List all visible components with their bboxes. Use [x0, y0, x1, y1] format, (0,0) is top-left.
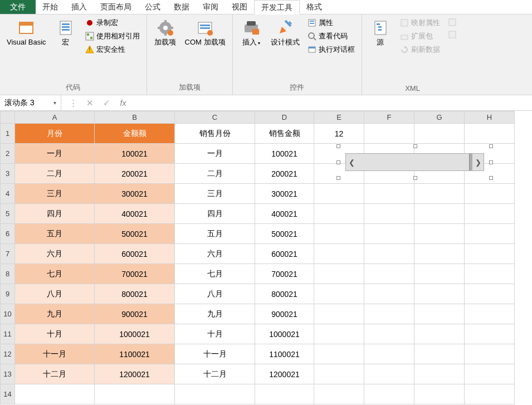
cell[interactable] [414, 304, 465, 324]
cell[interactable]: 900021 [95, 304, 175, 324]
row-header[interactable]: 3 [1, 164, 15, 184]
cell[interactable]: 500021 [255, 224, 314, 244]
cell[interactable] [314, 344, 364, 364]
cell[interactable] [175, 384, 255, 404]
cell[interactable] [414, 344, 465, 364]
cell[interactable]: 十一月 [15, 344, 95, 364]
scroll-left-arrow-icon[interactable]: ❮ [346, 158, 357, 167]
com-addins-button[interactable]: COM 加载项 [183, 17, 228, 50]
cell[interactable] [364, 184, 414, 204]
select-all-corner[interactable] [1, 111, 15, 124]
scroll-track[interactable] [357, 154, 472, 170]
cell[interactable]: 十月 [175, 324, 255, 344]
cell[interactable] [465, 384, 515, 404]
column-header-D[interactable]: D [255, 111, 314, 124]
cell[interactable]: 五月 [175, 224, 255, 244]
scroll-thumb[interactable] [469, 154, 472, 170]
cell[interactable]: 七月 [15, 264, 95, 284]
scroll-right-arrow-icon[interactable]: ❯ [472, 158, 484, 167]
cell[interactable]: 1200021 [95, 364, 175, 384]
cell[interactable] [414, 224, 465, 244]
cell[interactable]: 400021 [255, 204, 314, 224]
tab-home[interactable]: 开始 [36, 0, 65, 14]
row-header[interactable]: 9 [1, 284, 15, 304]
row-header[interactable]: 14 [1, 384, 15, 404]
cell[interactable] [314, 304, 364, 324]
cell[interactable]: 五月 [15, 224, 95, 244]
cancel-formula-icon[interactable]: ✕ [85, 98, 95, 108]
cell[interactable] [314, 184, 364, 204]
design-mode-button[interactable]: 设计模式 [269, 17, 302, 50]
cell[interactable]: 一月 [175, 144, 255, 164]
cell[interactable] [364, 244, 414, 264]
cell[interactable]: 1000021 [255, 324, 314, 344]
column-header-F[interactable]: F [364, 111, 414, 124]
cell[interactable]: 100021 [95, 144, 175, 164]
column-header-H[interactable]: H [465, 111, 515, 124]
tab-review[interactable]: 审阅 [196, 0, 225, 14]
cell[interactable]: 四月 [175, 204, 255, 224]
insert-control-button[interactable]: 插入▾ [237, 17, 265, 50]
cell[interactable]: 八月 [175, 284, 255, 304]
cell[interactable]: 600021 [255, 244, 314, 264]
source-button[interactable]: 源 [367, 17, 394, 50]
cell[interactable] [314, 224, 364, 244]
cell[interactable] [465, 244, 515, 264]
cell[interactable] [414, 364, 465, 384]
cell[interactable]: 一月 [15, 144, 95, 164]
cell[interactable] [364, 324, 414, 344]
cell-E1[interactable]: 12 [314, 124, 364, 144]
cell[interactable]: 700021 [255, 264, 314, 284]
cell[interactable] [364, 204, 414, 224]
cell[interactable] [414, 244, 465, 264]
macros-button[interactable]: 宏 [52, 17, 80, 50]
row-header[interactable]: 1 [1, 124, 15, 144]
formula-more-icon[interactable]: ⋮ [68, 98, 78, 108]
cell[interactable] [465, 344, 515, 364]
row-header[interactable]: 6 [1, 224, 15, 244]
tab-formulas[interactable]: 公式 [138, 0, 167, 14]
cell[interactable] [465, 124, 515, 144]
cell[interactable] [414, 204, 465, 224]
cell[interactable] [364, 384, 414, 404]
column-header-G[interactable]: G [414, 111, 465, 124]
cell[interactable] [314, 364, 364, 384]
tab-pagelayout[interactable]: 页面布局 [94, 0, 138, 14]
cell-D1[interactable]: 销售金额 [255, 124, 314, 144]
cell[interactable] [314, 284, 364, 304]
cell[interactable]: 1100021 [255, 344, 314, 364]
cell[interactable]: 三月 [175, 184, 255, 204]
cell[interactable]: 600021 [95, 244, 175, 264]
cell[interactable]: 十二月 [15, 364, 95, 384]
scrollbar-form-control[interactable]: ❮ ❯ [345, 153, 484, 171]
cell[interactable] [255, 384, 314, 404]
insert-function-icon[interactable]: fx [118, 99, 128, 108]
formula-input[interactable] [135, 95, 532, 110]
addins-button[interactable]: 加载项 [152, 17, 179, 50]
cell[interactable] [414, 264, 465, 284]
cell[interactable]: 八月 [15, 284, 95, 304]
cell[interactable] [364, 284, 414, 304]
cell-C1[interactable]: 销售月份 [175, 124, 255, 144]
cell[interactable]: 500021 [95, 224, 175, 244]
cell[interactable] [465, 224, 515, 244]
tab-view[interactable]: 视图 [225, 0, 254, 14]
cell[interactable]: 200021 [255, 164, 314, 184]
record-macro-button[interactable]: 录制宏 [83, 17, 142, 29]
cell[interactable] [314, 264, 364, 284]
row-header[interactable]: 4 [1, 184, 15, 204]
cell[interactable]: 200021 [95, 164, 175, 184]
cell[interactable]: 四月 [15, 204, 95, 224]
cell[interactable]: 九月 [175, 304, 255, 324]
cell[interactable] [465, 284, 515, 304]
cell[interactable] [465, 364, 515, 384]
cell[interactable] [465, 304, 515, 324]
visual-basic-button[interactable]: Visual Basic [4, 17, 48, 50]
cell[interactable]: 二月 [175, 164, 255, 184]
row-header[interactable]: 5 [1, 204, 15, 224]
cell[interactable] [465, 324, 515, 344]
tab-developer[interactable]: 开发工具 [254, 0, 300, 14]
cell[interactable]: 三月 [15, 184, 95, 204]
cell[interactable]: 六月 [15, 244, 95, 264]
cell[interactable] [414, 284, 465, 304]
